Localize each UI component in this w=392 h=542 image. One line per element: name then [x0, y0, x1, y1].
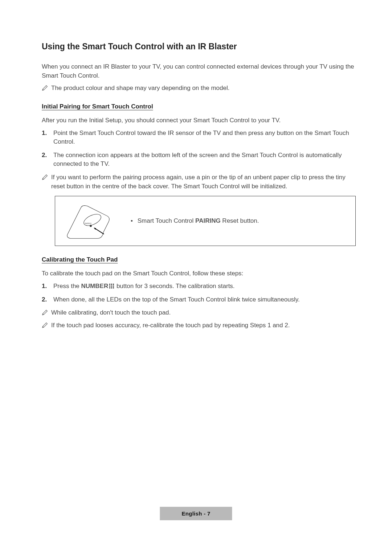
- number-button-label: NUMBER: [81, 283, 109, 290]
- step-text: When done, all the LEDs on the top of th…: [53, 295, 356, 304]
- step-row: 2. When done, all the LEDs on the top of…: [42, 295, 356, 304]
- svg-rect-11: [113, 287, 114, 288]
- note-recalibrate: If the touch pad looses accuracy, re-cal…: [42, 321, 356, 330]
- note-text: If you want to perform the pairing proce…: [51, 173, 356, 191]
- step-row: 2. The connection icon appears at the bo…: [42, 151, 356, 169]
- page-footer: English - 7: [160, 507, 232, 520]
- subheading-calibrating: Calibrating the Touch Pad: [42, 256, 356, 263]
- note-text: While calibrating, don't touch the touch…: [51, 308, 356, 317]
- svg-text:PAIRING: PAIRING: [85, 223, 92, 225]
- svg-rect-4: [111, 284, 112, 285]
- step-text: Press the NUMBER button for 3 seconds. T…: [53, 282, 356, 291]
- svg-rect-6: [109, 286, 110, 287]
- note-icon: [42, 85, 48, 91]
- diagram-text-pre: Smart Touch Control: [138, 217, 195, 224]
- intro-paragraph: When you connect an IR Blaster to your T…: [42, 62, 356, 80]
- svg-point-0: [82, 212, 103, 228]
- note-reset-pairing: If you want to perform the pairing proce…: [42, 173, 356, 191]
- step-row: 1. Point the Smart Touch Control toward …: [42, 129, 356, 147]
- section2-lead: To calibrate the touch pad on the Smart …: [42, 269, 356, 278]
- note-icon: [42, 174, 48, 180]
- svg-rect-7: [111, 286, 112, 287]
- svg-rect-10: [111, 287, 112, 288]
- note-icon: [42, 322, 48, 328]
- number-grid-icon: [109, 283, 114, 288]
- diagram-text-post: Reset button.: [221, 217, 259, 224]
- step-number: 1.: [42, 129, 50, 147]
- section1-lead: After you run the Initial Setup, you sho…: [42, 116, 356, 125]
- diagram-box: PAIRING Smart Touch Control PAIRING Rese…: [55, 196, 356, 246]
- svg-point-1: [90, 225, 92, 227]
- svg-rect-9: [109, 287, 110, 288]
- page-content: Using the Smart Touch Control with an IR…: [0, 0, 392, 330]
- step1-post: button for 3 seconds. The calibration st…: [115, 283, 234, 290]
- note-icon: [42, 309, 48, 316]
- note-calibrating-dont-touch: While calibrating, don't touch the touch…: [42, 308, 356, 317]
- note-text: The product colour and shape may vary de…: [51, 84, 356, 93]
- step-number: 1.: [42, 282, 50, 291]
- svg-rect-3: [109, 284, 110, 285]
- step-row: 1. Press the NUMBER button for 3 seconds…: [42, 282, 356, 291]
- svg-rect-5: [113, 284, 114, 285]
- diagram-caption: Smart Touch Control PAIRING Reset button…: [131, 217, 259, 225]
- step-text: The connection icon appears at the botto…: [53, 151, 356, 169]
- svg-rect-8: [113, 286, 114, 287]
- step-number: 2.: [42, 151, 50, 169]
- step-text: Point the Smart Touch Control toward the…: [53, 129, 356, 147]
- step1-pre: Press the: [53, 283, 81, 290]
- subheading-initial-pairing: Initial Pairing for Smart Touch Control: [42, 103, 356, 110]
- step-number: 2.: [42, 295, 50, 304]
- diagram-text-bold: PAIRING: [195, 217, 221, 224]
- remote-reset-diagram: PAIRING: [62, 203, 120, 239]
- note-text: If the touch pad looses accuracy, re-cal…: [51, 321, 356, 330]
- note-model-variation: The product colour and shape may vary de…: [42, 84, 356, 93]
- page-title: Using the Smart Touch Control with an IR…: [42, 42, 356, 52]
